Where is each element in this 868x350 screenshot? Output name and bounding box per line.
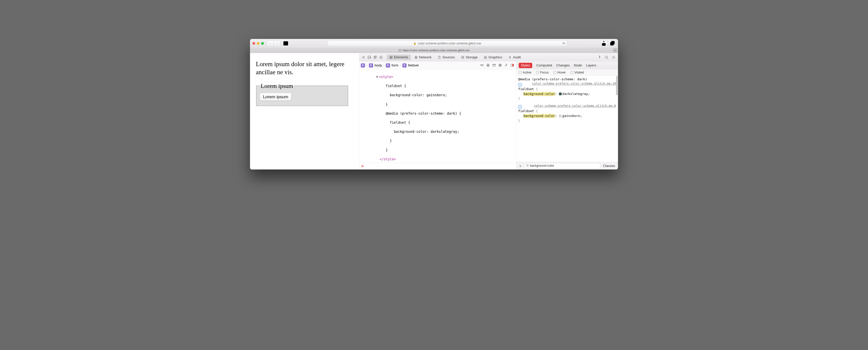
console-chevron-icon: > [361, 164, 364, 169]
dom-css-line[interactable]: } [386, 148, 388, 152]
address-bar[interactable]: 🔒 color-scheme-prefers-color-scheme.glit… [328, 41, 567, 46]
media-query: @media (prefers-color-scheme: dark) [518, 77, 616, 82]
dom-tree[interactable]: ▼<style> fieldset { background-color: ga… [359, 69, 516, 163]
tab-title[interactable]: https://color-scheme-prefers-color-schem… [402, 49, 470, 52]
page-paragraph: Lorem ipsum dolor sit amet, legere ancil… [256, 60, 355, 76]
compositing-icon[interactable] [498, 63, 502, 67]
dock-bottom-button[interactable] [367, 55, 372, 60]
svg-rect-34 [493, 64, 495, 65]
property-value[interactable]: gainsboro [562, 114, 580, 118]
new-rule-button[interactable]: ＋ [518, 164, 523, 168]
pseudo-visited[interactable]: Visited [570, 70, 584, 74]
rule-source-link[interactable]: color-scheme-prefers-color-scheme.glitch… [534, 104, 616, 108]
svg-point-22 [485, 57, 486, 57]
minimize-window-button[interactable] [257, 42, 260, 45]
pseudo-focus[interactable]: Focus [536, 70, 549, 74]
dom-css-line[interactable]: } [386, 139, 392, 143]
paint-flashing-icon[interactable] [504, 63, 508, 67]
search-inspector-button[interactable] [604, 55, 609, 60]
style-rule[interactable]: {} color-scheme-prefers-color-scheme.gli… [518, 104, 616, 123]
back-button[interactable]: ‹ [267, 41, 274, 46]
inspector-settings-button[interactable] [611, 55, 616, 60]
dom-css-line[interactable]: } [386, 102, 388, 106]
crumb-fieldset[interactable]: fieldset [408, 63, 419, 67]
filter-icon: ☰ [526, 164, 529, 168]
property-name[interactable]: background-color [524, 92, 555, 96]
styles-tab-node[interactable]: Node [574, 63, 582, 67]
window-titlebar: ‹ › 🔒 color-scheme-prefers-color-scheme.… [250, 39, 618, 48]
print-styles-icon[interactable] [486, 63, 490, 67]
tab-favicon: C [398, 49, 401, 52]
ruler-icon[interactable] [480, 63, 484, 67]
dom-style-close[interactable]: </style> [380, 157, 396, 162]
declaration[interactable]: background-color: gainsboro; [518, 113, 616, 118]
crumb-body[interactable]: body [374, 63, 382, 67]
pseudo-active[interactable]: Active [519, 70, 531, 74]
styles-tab-layers[interactable]: Layers [586, 63, 596, 67]
tab-sources-label: Sources [442, 55, 455, 59]
crumb-root-icon[interactable]: E [361, 63, 365, 67]
color-swatch-icon[interactable] [559, 93, 562, 95]
styles-tab-styles[interactable]: Styles [519, 63, 532, 68]
element-picker-button[interactable] [378, 55, 383, 60]
sidebar-toggle-button[interactable] [283, 41, 289, 46]
tab-audit[interactable]: Audit [506, 55, 523, 60]
new-tab-button[interactable]: + [613, 48, 617, 53]
scrollbar[interactable] [616, 76, 618, 95]
console-prompt[interactable]: > [359, 163, 516, 170]
close-inspector-button[interactable] [361, 55, 366, 60]
tab-network[interactable]: Network [412, 55, 434, 60]
rule-origin-icon[interactable]: {} [518, 105, 522, 109]
dock-detach-button[interactable] [373, 55, 377, 60]
svg-rect-37 [499, 65, 500, 66]
rule-selector[interactable]: fieldset [518, 109, 534, 113]
styles-tab-changes[interactable]: Changes [556, 63, 570, 67]
style-rules[interactable]: @media (prefers-color-scheme: dark) {} c… [516, 76, 618, 162]
tab-sources[interactable]: Sources [435, 55, 458, 60]
svg-rect-18 [391, 58, 392, 58]
tabs-overview-button[interactable] [609, 41, 616, 46]
dom-css-line[interactable]: background-color: darkslategray; [386, 130, 459, 134]
styles-filter-input[interactable]: ☰ background-color [524, 163, 600, 168]
tab-storage[interactable]: Storage [459, 55, 480, 60]
dom-css-line[interactable]: fieldset { [386, 121, 410, 125]
style-rule[interactable]: @media (prefers-color-scheme: dark) {} c… [518, 77, 616, 101]
svg-rect-26 [481, 65, 483, 66]
details-sidebar-toggle[interactable] [510, 63, 514, 67]
close-window-button[interactable] [252, 42, 255, 45]
dom-css-line[interactable]: fieldset { [386, 84, 406, 88]
crumb-form[interactable]: form [392, 63, 398, 67]
rendered-page: Lorem ipsum dolor sit amet, legere ancil… [250, 53, 359, 170]
rule-selector[interactable]: fieldset [518, 87, 534, 91]
dom-style-open[interactable]: <style> [379, 75, 393, 79]
page-button[interactable]: Lorem ipsum [260, 93, 291, 101]
tab-graphics[interactable]: Graphics [481, 55, 505, 60]
property-name[interactable]: background-color [524, 114, 555, 118]
rule-source-link[interactable]: color-scheme-prefers-color-scheme.glitch… [532, 82, 616, 86]
share-button[interactable] [600, 41, 607, 46]
traffic-lights [252, 42, 264, 45]
pseudo-hover[interactable]: Hover [554, 70, 566, 74]
rule-origin-icon[interactable]: {} [518, 83, 522, 87]
inspector-toolbar: Elements Network Sources Storage Graphic… [359, 53, 618, 62]
svg-rect-6 [368, 56, 371, 59]
dom-css-line[interactable]: @media (prefers-color-scheme: dark) { [386, 112, 461, 116]
overflow-tabs-button[interactable] [597, 55, 602, 60]
reload-button[interactable]: ⟳ [562, 41, 565, 45]
checkbox-icon [519, 71, 522, 74]
force-appearance-icon[interactable] [492, 63, 496, 67]
address-bar-host: color-scheme-prefers-color-scheme.glitch… [418, 41, 481, 45]
styles-tab-computed[interactable]: Computed [536, 63, 552, 67]
classes-toggle-button[interactable]: Classes [602, 164, 616, 168]
dom-css-line[interactable]: background-color: gainsboro; [386, 93, 447, 97]
tab-elements[interactable]: Elements [387, 55, 411, 60]
color-swatch-icon[interactable] [559, 115, 562, 117]
zoom-window-button[interactable] [261, 42, 264, 45]
declaration[interactable]: background-color: darkslategray; [518, 91, 616, 96]
svg-point-11 [381, 57, 381, 57]
forward-button[interactable]: › [274, 41, 280, 46]
svg-rect-38 [500, 65, 501, 66]
property-value[interactable]: darkslategray [562, 92, 588, 96]
styles-filter-value: background-color [530, 164, 554, 168]
crumb-fieldset-icon: E [402, 63, 406, 67]
